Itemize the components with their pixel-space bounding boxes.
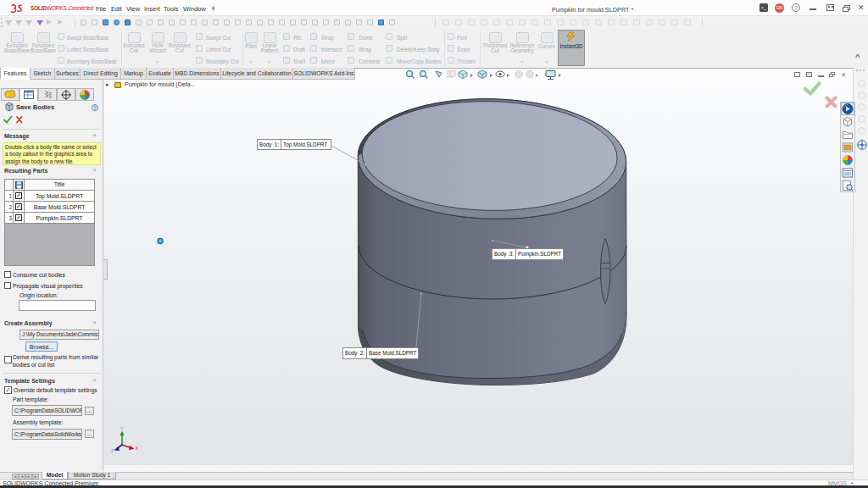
- svg-text:Z: Z: [111, 448, 114, 453]
